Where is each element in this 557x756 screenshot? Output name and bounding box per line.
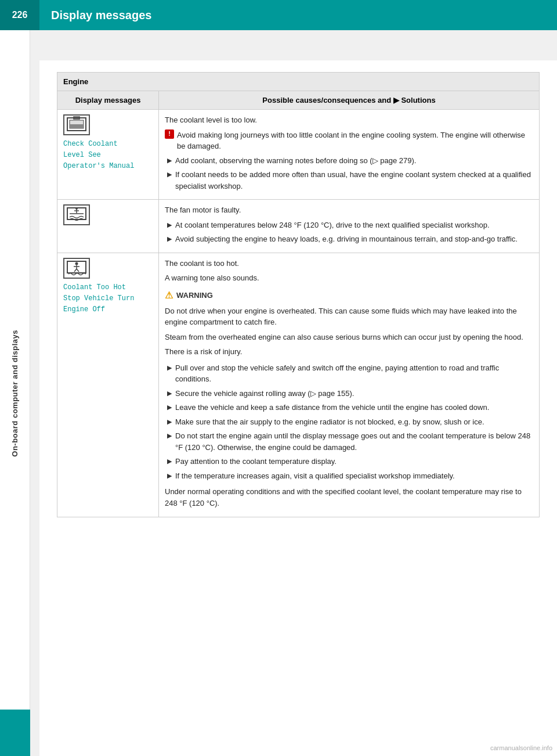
causes-intro-2: The fan motor is faulty. — [165, 204, 533, 216]
arrow-icon: ▶ — [167, 388, 172, 398]
sidebar: On-board computer and displays — [0, 30, 30, 756]
header-bar: 226 Display messages — [0, 0, 557, 30]
arrow-icon: ▶ — [167, 431, 172, 441]
table-row: Check Coolant Level See Operator's Manua… — [57, 110, 540, 200]
coolant-hot-icon — [63, 258, 90, 279]
arrow-icon: ▶ — [167, 402, 172, 412]
arrow-icon: ▶ — [167, 234, 172, 244]
arrow-icon: ▶ — [167, 417, 172, 427]
bullet-item: ▶ Pull over and stop the vehicle safely … — [165, 362, 533, 385]
display-msg-1: Check Coolant Level See Operator's Manua… — [63, 139, 153, 172]
bullet-text: If coolant needs to be added more often … — [175, 169, 533, 192]
arrow-icon: ▶ — [167, 156, 172, 165]
bullet-text: Add coolant, observing the warning notes… — [175, 155, 533, 167]
bullet-text: Leave the vehicle and keep a safe distan… — [175, 402, 533, 413]
causes-intro-1: The coolant level is too low. — [165, 114, 533, 126]
warning-text-2: Steam from the overheated engine can als… — [165, 332, 533, 343]
bullet-item: ▶ Do not start the engine again until th… — [165, 430, 533, 453]
warning-triangle-icon: ⚠ — [165, 289, 173, 303]
display-col-2 — [57, 200, 159, 253]
bullet-item: ▶ Secure the vehicle against rolling awa… — [165, 388, 533, 399]
bullet-item: ▶ If the temperature increases again, vi… — [165, 470, 533, 482]
arrow-icon: ▶ — [167, 220, 172, 230]
svg-line-13 — [74, 269, 77, 272]
footer-text: Under normal operating conditions and wi… — [165, 486, 533, 509]
display-msg-3: Coolant Too Hot Stop Vehicle Turn Engine… — [63, 282, 153, 316]
svg-line-14 — [77, 269, 79, 272]
danger-icon: ! — [165, 129, 174, 139]
bullet-text: At coolant temperatures below 248 °F (12… — [175, 219, 533, 231]
main-content: Engine Display messages Possible causes/… — [39, 60, 557, 756]
bullet-text: Secure the vehicle against rolling away … — [175, 388, 533, 399]
sidebar-label: On-board computer and displays — [10, 330, 19, 457]
bullet-item: ▶ Add coolant, observing the warning not… — [165, 155, 533, 167]
warning-text-1: Do not drive when your engine is overhea… — [165, 305, 533, 328]
causes-col-3: The coolant is too hot. A warning tone a… — [159, 253, 540, 517]
display-col-3: Coolant Too Hot Stop Vehicle Turn Engine… — [57, 253, 159, 517]
warning-block: ⚠ WARNING Do not drive when your engine … — [165, 289, 533, 358]
bullet-text: Pay attention to the coolant temperature… — [175, 456, 533, 467]
warning-label: ⚠ WARNING — [165, 289, 533, 303]
bullet-item: ▶ At coolant temperatures below 248 °F (… — [165, 219, 533, 231]
table-row: Coolant Too Hot Stop Vehicle Turn Engine… — [57, 253, 540, 517]
causes-intro-3a: The coolant is too hot. — [165, 258, 533, 269]
bullet-item: ▶ Leave the vehicle and keep a safe dist… — [165, 402, 533, 413]
arrow-icon: ▶ — [167, 170, 172, 179]
causes-col-1: The coolant level is too low. ! Avoid ma… — [159, 110, 540, 200]
table-row: The fan motor is faulty. ▶ At coolant te… — [57, 200, 540, 253]
page-number: 226 — [0, 0, 39, 30]
svg-rect-2 — [70, 124, 84, 128]
col2-header: Possible causes/consequences and ▶ Solut… — [159, 91, 540, 110]
bullet-text: Avoid subjecting the engine to heavy loa… — [175, 233, 533, 245]
causes-intro-3b: A warning tone also sounds. — [165, 272, 533, 284]
fan-faulty-icon — [63, 204, 90, 225]
svg-point-7 — [75, 207, 78, 210]
svg-point-10 — [75, 262, 78, 265]
danger-line-1: ! Avoid making long journeys with too li… — [165, 129, 533, 152]
warning-title: WARNING — [176, 290, 213, 301]
bullet-text: Pull over and stop the vehicle safely an… — [175, 362, 533, 385]
header-title: Display messages — [51, 9, 151, 22]
section-title: Engine — [57, 73, 540, 91]
warning-text-3: There is a risk of injury. — [165, 346, 533, 358]
sidebar-accent — [0, 710, 30, 756]
bullet-item: ▶ Pay attention to the coolant temperatu… — [165, 456, 533, 467]
bullet-text: If the temperature increases again, visi… — [175, 470, 533, 482]
display-col-1: Check Coolant Level See Operator's Manua… — [57, 110, 159, 200]
engine-table: Engine Display messages Possible causes/… — [57, 72, 540, 517]
coolant-level-icon — [63, 114, 90, 135]
arrow-icon: ▶ — [167, 471, 172, 481]
danger-text-1: Avoid making long journeys with too litt… — [177, 129, 533, 152]
bullet-text: Do not start the engine again until the … — [175, 430, 533, 453]
causes-col-2: The fan motor is faulty. ▶ At coolant te… — [159, 200, 540, 253]
bullet-item: ▶ Avoid subjecting the engine to heavy l… — [165, 233, 533, 245]
bullet-text: Make sure that the air supply to the eng… — [175, 416, 533, 428]
watermark: carmanualsonline.info — [490, 744, 552, 751]
col1-header: Display messages — [57, 91, 159, 110]
arrow-icon: ▶ — [167, 456, 172, 466]
arrow-icon: ▶ — [167, 363, 172, 373]
bullet-item: ▶ If coolant needs to be added more ofte… — [165, 169, 533, 192]
bullet-item: ▶ Make sure that the air supply to the e… — [165, 416, 533, 428]
